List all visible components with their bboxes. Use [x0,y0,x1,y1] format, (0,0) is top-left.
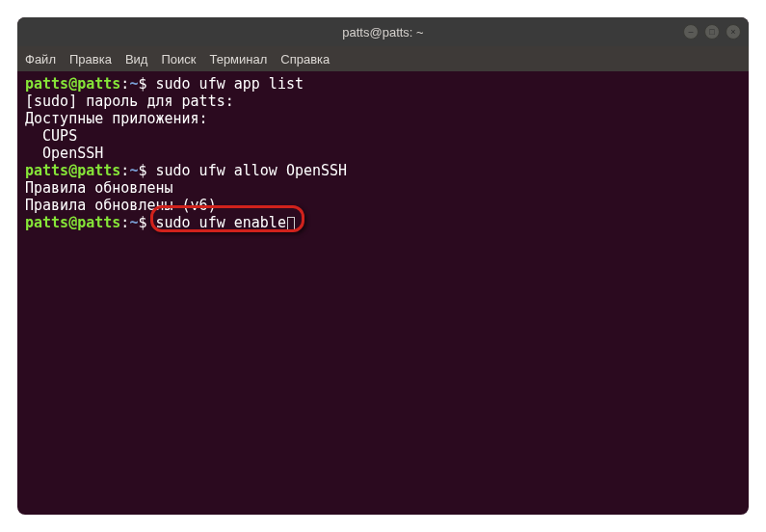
menu-terminal[interactable]: Терминал [209,52,267,66]
menu-search[interactable]: Поиск [161,52,196,66]
prompt-user: patts@patts [25,75,120,93]
terminal-output: [sudo] пароль для patts: [25,93,741,110]
terminal-output: Правила обновлены [25,179,741,197]
window-title: patts@patts: ~ [342,25,423,40]
terminal-output: Доступные приложения: [25,110,741,127]
minimize-button[interactable]: – [683,24,699,40]
window-controls: – □ × [683,24,741,40]
terminal-body[interactable]: patts@patts:~$ sudo ufw app list [sudo] … [17,71,749,515]
titlebar[interactable]: patts@patts: ~ – □ × [17,17,749,46]
menu-help[interactable]: Справка [280,52,330,66]
minimize-icon: – [688,27,693,37]
menu-file[interactable]: Файл [25,52,56,66]
terminal-line: patts@patts:~$ sudo ufw allow OpenSSH [25,162,741,179]
prompt-dollar: $ [138,162,155,179]
prompt-user: patts@patts [25,214,120,231]
maximize-icon: □ [709,27,714,37]
prompt-dollar: $ [138,214,155,231]
terminal-line: patts@patts:~$ sudo ufw enable [25,214,741,231]
command-text: sudo ufw enable [155,214,285,231]
menu-edit[interactable]: Правка [69,52,112,66]
prompt-dollar: $ [138,75,155,93]
cursor-icon [287,217,295,231]
command-text: sudo ufw allow OpenSSH [155,162,347,179]
terminal-line: patts@patts:~$ sudo ufw app list [25,75,741,93]
terminal-window: patts@patts: ~ – □ × Файл Правка Вид Пои… [17,17,749,515]
prompt-user: patts@patts [25,162,120,179]
close-button[interactable]: × [726,24,741,40]
menubar: Файл Правка Вид Поиск Терминал Справка [17,46,749,71]
command-text: sudo ufw app list [155,75,304,93]
close-icon: × [730,27,735,37]
terminal-output: OpenSSH [25,145,741,162]
terminal-output: Правила обновлены (v6) [25,197,741,214]
menu-view[interactable]: Вид [125,52,148,66]
terminal-output: CUPS [25,127,741,145]
maximize-button[interactable]: □ [704,24,720,40]
